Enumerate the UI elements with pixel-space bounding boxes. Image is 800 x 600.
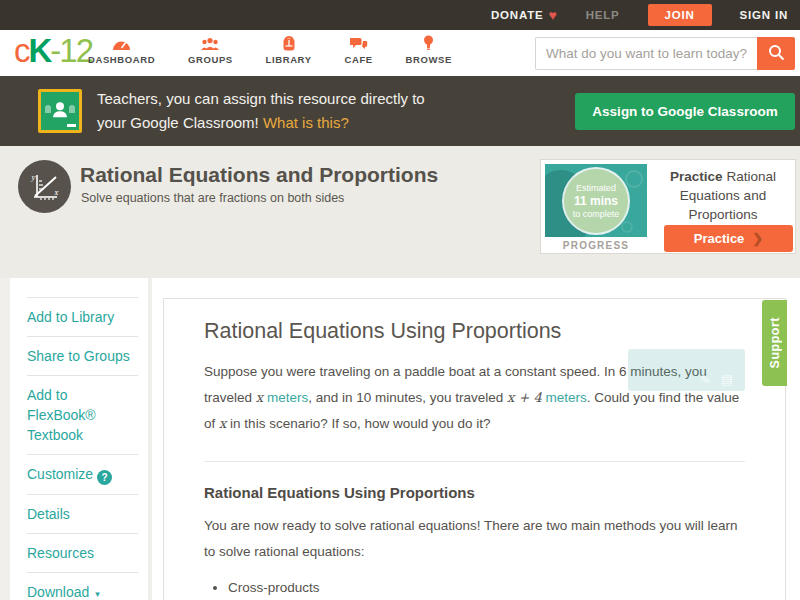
practice-title-bold: Practice xyxy=(670,169,723,184)
estimated-time-badge: Estimated 11 mins to complete xyxy=(564,169,628,233)
chat-bubbles-icon xyxy=(350,34,368,51)
nav-label: DASHBOARD xyxy=(88,54,155,65)
sign-in-link[interactable]: SIGN IN xyxy=(740,9,788,21)
lesson-header: y x Rational Equations and Proportions S… xyxy=(0,146,800,278)
ck12-logo[interactable]: cK-12 xyxy=(14,32,92,70)
decor-circle xyxy=(621,221,633,233)
sidebar-item-download[interactable]: Download▾ xyxy=(27,572,138,600)
page-title: Rational Equations and Proportions xyxy=(80,163,438,187)
badge-line1: Estimated xyxy=(576,183,616,193)
svg-text:x: x xyxy=(54,189,59,197)
banner-text: Teachers, you can assign this resource d… xyxy=(97,87,425,135)
math-x-plus-4: x + 4 xyxy=(507,390,542,405)
sidebar: Add to Library Share to Groups Add to Fl… xyxy=(10,278,148,600)
support-tab-label: Support xyxy=(768,317,782,368)
help-link[interactable]: HELP xyxy=(586,9,620,21)
heart-icon: ♥ xyxy=(549,7,558,23)
search-bar xyxy=(535,37,795,70)
download-label: Download xyxy=(27,584,89,600)
lightbulb-icon xyxy=(423,34,434,51)
article-paragraph-2: You are now ready to solve rational equa… xyxy=(204,513,745,565)
support-tab[interactable]: Support xyxy=(762,300,787,386)
classroom-figure-left xyxy=(45,105,51,113)
nav-label: BROWSE xyxy=(406,54,452,65)
section-divider xyxy=(204,461,745,462)
sidebar-item-details[interactable]: Details xyxy=(27,494,138,533)
people-icon xyxy=(200,34,220,51)
customize-label: Customize xyxy=(27,466,93,482)
list-item: Cross-products xyxy=(228,575,745,600)
donate-link[interactable]: DONATE♥ xyxy=(491,7,558,23)
practice-button-label: Practice xyxy=(694,231,745,246)
classroom-banner: Teachers, you can assign this resource d… xyxy=(0,76,800,146)
article-title: Rational Equations Using Proportions xyxy=(204,319,745,344)
p1-text: , and in 10 minutes, you traveled xyxy=(308,390,507,405)
sidebar-item-resources[interactable]: Resources xyxy=(27,533,138,572)
methods-list: Cross-products Lowest common denominator… xyxy=(228,575,745,600)
logo-k: K xyxy=(29,32,51,69)
content-area: Add to Library Share to Groups Add to Fl… xyxy=(0,278,800,600)
section-heading: Rational Equations Using Proportions xyxy=(204,484,745,501)
meters-link[interactable]: meters xyxy=(267,390,308,405)
nav-menu: DASHBOARD GROUPS LIBRARY CAFE BROWSE xyxy=(86,34,454,74)
nav-item-library[interactable]: LIBRARY xyxy=(264,34,314,74)
what-is-this-link[interactable]: What is this? xyxy=(263,114,349,131)
nav-item-browse[interactable]: BROWSE xyxy=(404,34,454,74)
classroom-person xyxy=(53,102,67,117)
practice-title: Practice Rational Equations and Proporti… xyxy=(653,167,793,224)
gauge-icon xyxy=(112,34,131,51)
join-button[interactable]: JOIN xyxy=(648,4,712,26)
graph-icon: y x xyxy=(18,160,71,213)
donate-label: DONATE xyxy=(491,9,544,21)
nav-item-dashboard[interactable]: DASHBOARD xyxy=(86,34,157,74)
article-paragraph-1: Suppose you were traveling on a paddle b… xyxy=(204,359,745,437)
sidebar-item-add-to-flexbook[interactable]: Add to FlexBook® Textbook xyxy=(27,375,138,454)
banner-line1: Teachers, you can assign this resource d… xyxy=(97,90,425,107)
backpack-icon xyxy=(281,34,297,51)
main-panel: Rational Equations Using Proportions Sup… xyxy=(152,278,800,600)
sidebar-item-customize[interactable]: Customize? xyxy=(27,454,138,494)
p1-text: in this scenario? If so, how would you d… xyxy=(226,416,490,431)
article-card: Rational Equations Using Proportions Sup… xyxy=(163,298,786,600)
sidebar-item-add-to-library[interactable]: Add to Library xyxy=(27,297,138,336)
sidebar-list: Add to Library Share to Groups Add to Fl… xyxy=(27,297,138,600)
nav-label: CAFE xyxy=(345,54,373,65)
chevron-right-icon: ❯ xyxy=(752,231,763,246)
nav-label: GROUPS xyxy=(188,54,233,65)
question-badge-icon[interactable]: ? xyxy=(97,470,112,485)
banner-line2: your Google Classroom! xyxy=(97,114,259,131)
nav-item-groups[interactable]: GROUPS xyxy=(186,34,235,74)
practice-button[interactable]: Practice❯ xyxy=(664,225,793,252)
nav-label: LIBRARY xyxy=(266,54,312,65)
meters-link[interactable]: meters xyxy=(546,390,587,405)
logo-c: c xyxy=(14,32,29,69)
caret-down-icon: ▾ xyxy=(95,589,100,599)
top-bar: DONATE♥ HELP JOIN SIGN IN xyxy=(0,0,800,30)
assign-to-classroom-button[interactable]: Assign to Google Classroom xyxy=(575,93,795,130)
main-navbar: cK-12 DASHBOARD GROUPS LIBRARY CAFE xyxy=(0,30,800,76)
classroom-eraser xyxy=(67,124,76,127)
practice-widget: Estimated 11 mins to complete PROGRESS P… xyxy=(540,159,796,254)
page-subtitle: Solve equations that are fractions on bo… xyxy=(81,191,344,205)
svg-text:y: y xyxy=(30,174,36,182)
classroom-board xyxy=(41,92,79,130)
google-classroom-icon[interactable] xyxy=(38,89,82,133)
badge-line3: to complete xyxy=(573,209,620,219)
search-button[interactable] xyxy=(757,37,795,70)
progress-label: PROGRESS xyxy=(545,240,647,251)
classroom-figure-right xyxy=(69,105,75,113)
search-input[interactable] xyxy=(535,37,757,70)
practice-thumbnail[interactable]: Estimated 11 mins to complete xyxy=(545,164,647,237)
badge-line2: 11 mins xyxy=(574,194,618,208)
nav-item-cafe[interactable]: CAFE xyxy=(343,34,375,74)
search-icon xyxy=(768,44,785,64)
sidebar-item-share-to-groups[interactable]: Share to Groups xyxy=(27,336,138,375)
decor-circle xyxy=(625,170,643,188)
